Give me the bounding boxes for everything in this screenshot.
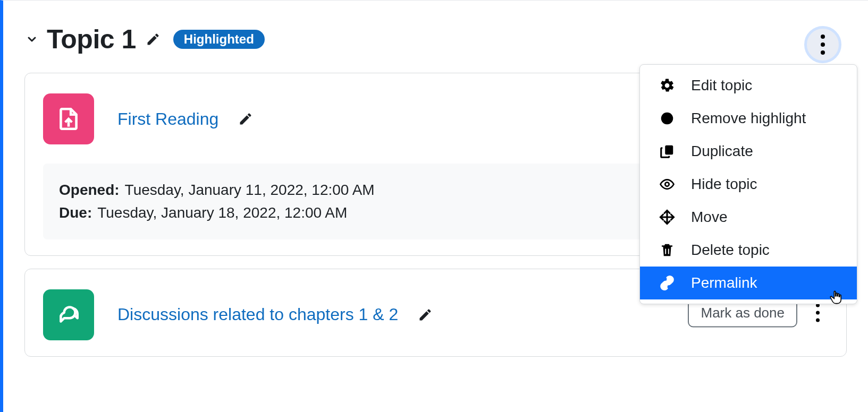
menu-label: Permalink [691, 274, 757, 291]
edit-activity-button[interactable] [416, 306, 434, 324]
opened-value: Tuesday, January 11, 2022, 12:00 AM [125, 178, 375, 201]
menu-label: Remove highlight [691, 110, 806, 127]
due-value: Tuesday, January 18, 2022, 12:00 AM [97, 201, 347, 224]
topic-title: Topic 1 [47, 24, 136, 55]
gear-icon [658, 76, 676, 95]
svg-point-3 [665, 182, 669, 186]
eye-icon [658, 175, 676, 193]
svg-rect-4 [665, 249, 666, 254]
menu-label: Delete topic [691, 242, 770, 259]
menu-label: Move [691, 209, 727, 226]
forum-icon [43, 289, 94, 340]
svg-rect-2 [665, 145, 673, 155]
edit-activity-button[interactable] [237, 110, 255, 128]
assignment-icon [43, 93, 94, 144]
collapse-chevron-icon[interactable] [24, 32, 39, 47]
activity-title-link[interactable]: Discussions related to chapters 1 & 2 [117, 305, 398, 324]
menu-edit-topic[interactable]: Edit topic [640, 69, 857, 102]
topic-actions-button[interactable] [804, 26, 841, 63]
topic-actions-menu: Edit topic Remove highlight Duplicate Hi… [639, 64, 857, 304]
menu-label: Edit topic [691, 77, 752, 94]
edit-title-button[interactable] [144, 30, 163, 49]
copy-icon [658, 142, 676, 160]
activity-title-link[interactable]: First Reading [117, 109, 218, 129]
menu-hide-topic[interactable]: Hide topic [640, 168, 857, 201]
menu-duplicate[interactable]: Duplicate [640, 135, 857, 168]
activity-kebab-button[interactable] [807, 302, 828, 323]
menu-permalink[interactable]: Permalink [640, 267, 857, 299]
due-label: Due: [59, 201, 92, 224]
kebab-icon [816, 303, 820, 322]
topic-section: Topic 1 Highlighted First Reading Opened… [0, 0, 868, 412]
circle-icon [658, 109, 676, 127]
menu-remove-highlight[interactable]: Remove highlight [640, 102, 857, 135]
trash-icon [658, 241, 676, 259]
highlighted-badge: Highlighted [173, 30, 265, 49]
svg-rect-5 [668, 249, 669, 254]
svg-point-1 [661, 113, 673, 125]
opened-label: Opened: [59, 178, 120, 201]
menu-label: Duplicate [691, 143, 753, 160]
move-icon [658, 208, 676, 226]
menu-label: Hide topic [691, 176, 757, 193]
menu-move[interactable]: Move [640, 201, 857, 234]
section-header: Topic 1 Highlighted [24, 24, 847, 55]
kebab-icon [821, 35, 825, 55]
menu-delete-topic[interactable]: Delete topic [640, 234, 857, 267]
link-icon [658, 274, 676, 292]
